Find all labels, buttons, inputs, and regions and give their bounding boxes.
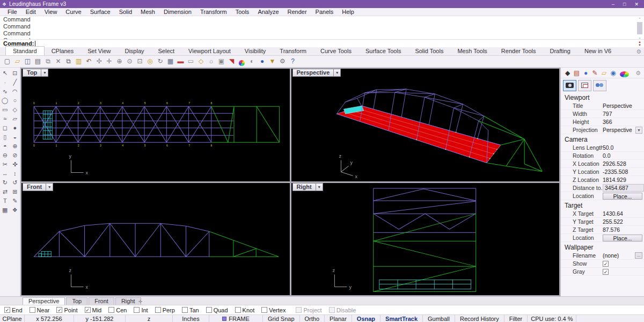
mirror-v-icon[interactable]: ↕ bbox=[10, 169, 20, 178]
web-tab-icon[interactable]: ◉ bbox=[609, 69, 618, 77]
osnap-toggle[interactable]: Project bbox=[296, 307, 321, 313]
command-spinner[interactable]: ▲▼ bbox=[636, 40, 643, 47]
toolbar-tab[interactable]: Solid Tools bbox=[408, 47, 450, 55]
toolbar-tab[interactable]: Surface Tools bbox=[358, 47, 408, 55]
cut-icon[interactable]: ✂ bbox=[0, 160, 10, 169]
maximize-button[interactable]: □ bbox=[623, 1, 626, 8]
toolbar-tab[interactable]: Render Tools bbox=[494, 47, 543, 55]
move-icon[interactable]: ✛ bbox=[104, 56, 114, 67]
toolbar-gear-icon[interactable]: ⚙ bbox=[636, 48, 641, 55]
toolbar-tab[interactable]: Transform bbox=[273, 47, 313, 55]
zoom-selected-icon[interactable]: ◎ bbox=[145, 56, 155, 67]
osnap-toggle[interactable]: Cen bbox=[108, 307, 127, 313]
select-icon[interactable]: ↖ bbox=[0, 69, 10, 78]
box-icon[interactable]: ◻ bbox=[0, 123, 10, 133]
shaded-viewport-icon[interactable]: ◐ bbox=[247, 56, 257, 67]
x-location-value[interactable]: 2926.528 bbox=[603, 160, 644, 167]
chevron-down-icon[interactable]: ▼ bbox=[41, 69, 48, 77]
osnap-toggle[interactable]: Vertex bbox=[261, 307, 286, 313]
lock-objects-icon[interactable]: ▣ bbox=[216, 56, 226, 67]
osnap-toggle[interactable]: Near bbox=[30, 307, 50, 313]
projection-dropdown[interactable]: ▼ bbox=[635, 127, 642, 134]
lens-length-value[interactable]: 50.0 bbox=[603, 144, 644, 151]
add-viewport-button[interactable]: ✛ bbox=[135, 298, 146, 305]
menu-item[interactable]: Analyze bbox=[253, 8, 283, 16]
properties-tab-icon[interactable]: ◆ bbox=[563, 69, 572, 77]
menu-item[interactable]: Curve bbox=[61, 8, 85, 16]
status-toggle[interactable]: Ortho bbox=[300, 315, 325, 322]
zoom-dynamic-icon[interactable]: ⊙ bbox=[125, 56, 135, 67]
toolbar-tab[interactable]: Display bbox=[118, 47, 151, 55]
menu-item[interactable]: Help bbox=[338, 8, 358, 16]
z-target-value[interactable]: 87.576 bbox=[603, 226, 644, 233]
move-tool-icon[interactable]: ✜ bbox=[10, 160, 20, 169]
units-button[interactable]: Inches bbox=[173, 315, 209, 322]
flip-icon[interactable]: ⇄ bbox=[0, 187, 10, 196]
viewport-tab[interactable]: Top bbox=[66, 297, 87, 305]
viewport-perspective-label[interactable]: Perspective bbox=[292, 69, 334, 77]
chevron-down-icon[interactable]: ▼ bbox=[46, 183, 53, 191]
chevron-down-icon[interactable]: ▼ bbox=[316, 183, 323, 191]
annotate-icon[interactable]: ✎ bbox=[10, 196, 20, 206]
array-icon[interactable]: ⊞ bbox=[10, 187, 20, 196]
chevron-down-icon[interactable]: ▼ bbox=[334, 69, 341, 77]
viewport-tab[interactable]: Front bbox=[89, 297, 114, 305]
toolbar-tab[interactable]: Set View bbox=[80, 47, 118, 55]
command-scrollbar[interactable]: ⌃ ⌄ bbox=[636, 17, 643, 40]
toolbar-tab[interactable]: Standard bbox=[5, 46, 45, 55]
viewport-top-canvas[interactable]: 001122334455667788 y x bbox=[21, 69, 290, 181]
osnap-toggle[interactable]: Mid bbox=[85, 307, 102, 313]
viewport-front[interactable]: Front ▼ bbox=[21, 183, 290, 296]
menu-item[interactable]: File bbox=[3, 8, 21, 16]
toolbar-tab[interactable]: CPlanes bbox=[45, 47, 81, 55]
status-toggle[interactable]: Filter bbox=[504, 315, 528, 322]
osnap-toggle[interactable]: Perp bbox=[155, 307, 175, 313]
gumball-icon[interactable]: ❖ bbox=[10, 206, 20, 215]
notes-tab-icon[interactable]: ✎ bbox=[590, 69, 599, 77]
scroll-thumb[interactable] bbox=[637, 22, 642, 34]
options-icon[interactable]: ⚙ bbox=[277, 56, 288, 67]
y-target-value[interactable]: 255.522 bbox=[603, 218, 644, 225]
delete-icon[interactable]: ✕ bbox=[53, 56, 63, 67]
wallpaper-button[interactable] bbox=[578, 80, 591, 91]
rotate-ccw-icon[interactable]: ↺ bbox=[10, 178, 20, 187]
selection-filter-icon[interactable]: ▼ bbox=[267, 56, 277, 67]
boolean-difference-icon[interactable]: ◓ bbox=[0, 142, 10, 151]
surface-icon[interactable]: ▱ bbox=[10, 114, 20, 123]
viewport-right-canvas[interactable]: z y bbox=[291, 183, 560, 296]
viewport-title-value[interactable]: Perspective bbox=[603, 103, 644, 109]
camera-place-button[interactable]: Place... bbox=[603, 193, 642, 200]
rotate-view-icon[interactable]: ↻ bbox=[155, 56, 165, 67]
split-icon[interactable]: ⊘ bbox=[10, 151, 20, 160]
status-toggle[interactable]: Planar bbox=[325, 315, 352, 322]
osnap-toggle[interactable]: Tan bbox=[182, 307, 199, 313]
color-wheel-icon[interactable] bbox=[239, 60, 245, 66]
boolean-intersect-icon[interactable]: ⊕ bbox=[10, 142, 20, 151]
zoom-window-icon[interactable]: ⊡ bbox=[135, 56, 145, 67]
osnap-toggle[interactable]: Knot bbox=[235, 307, 255, 313]
cplane-button[interactable]: CPlane bbox=[0, 315, 25, 322]
camera-button[interactable] bbox=[563, 80, 576, 91]
rotate-icon[interactable]: ↻ bbox=[0, 178, 10, 187]
mirror-h-icon[interactable]: ↔ bbox=[0, 169, 10, 178]
set-view-icon[interactable]: ▬ bbox=[175, 56, 186, 67]
viewport-top[interactable]: Top ▼ 001122334455667788 bbox=[21, 69, 290, 181]
rendering-tab-icon[interactable]: ● bbox=[581, 69, 590, 77]
viewport-perspective-canvas[interactable]: z y x bbox=[291, 69, 560, 181]
close-button[interactable]: ✕ bbox=[634, 1, 639, 8]
layer-pane[interactable]: FRAME bbox=[209, 315, 263, 322]
menu-item[interactable]: Solid bbox=[115, 8, 136, 16]
menu-item[interactable]: Dimension bbox=[159, 8, 196, 16]
dolly-button[interactable] bbox=[593, 80, 606, 91]
scroll-up-icon[interactable]: ⌃ bbox=[636, 17, 643, 21]
text-icon[interactable]: T bbox=[0, 196, 10, 206]
status-toggle[interactable]: Gumball bbox=[423, 315, 455, 322]
viewport-front-canvas[interactable]: z x bbox=[21, 183, 290, 296]
viewport-perspective[interactable]: Perspective ▼ bbox=[291, 69, 560, 181]
osnap-toggle[interactable]: Int bbox=[134, 307, 148, 313]
status-toggle[interactable]: SmartTrack bbox=[380, 315, 423, 322]
circle-icon[interactable]: ◯ bbox=[0, 96, 10, 105]
copy-icon[interactable]: ⧉ bbox=[63, 56, 74, 67]
ellipse-icon[interactable]: ○ bbox=[10, 96, 20, 105]
undo-icon[interactable]: ↶ bbox=[84, 56, 94, 67]
